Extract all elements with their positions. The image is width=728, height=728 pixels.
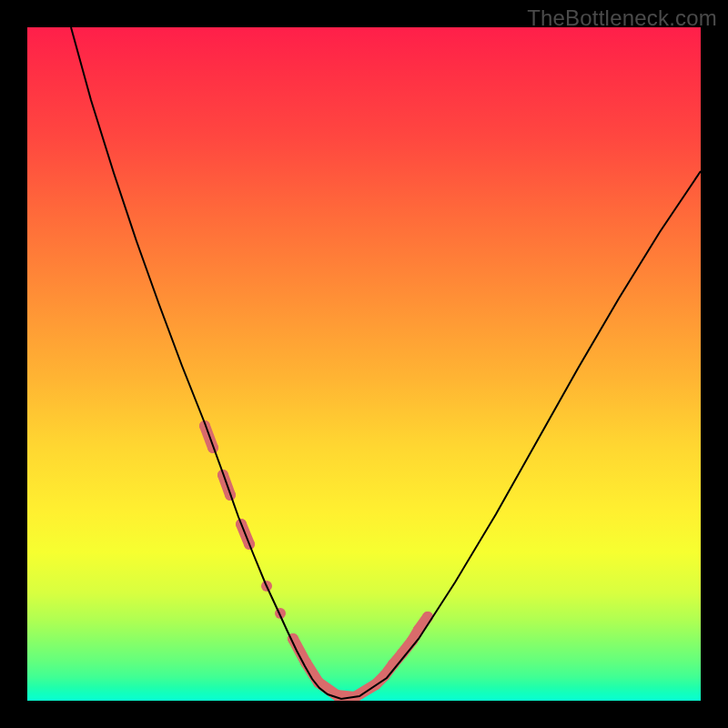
highlight-points-group	[199, 420, 433, 701]
watermark-text: TheBottleneck.com	[527, 5, 717, 31]
bottleneck-curve-path	[71, 27, 701, 699]
highlight-point	[422, 612, 433, 622]
chart-svg	[27, 27, 701, 701]
chart-container: TheBottleneck.com	[0, 0, 728, 728]
plot-area	[27, 27, 701, 701]
